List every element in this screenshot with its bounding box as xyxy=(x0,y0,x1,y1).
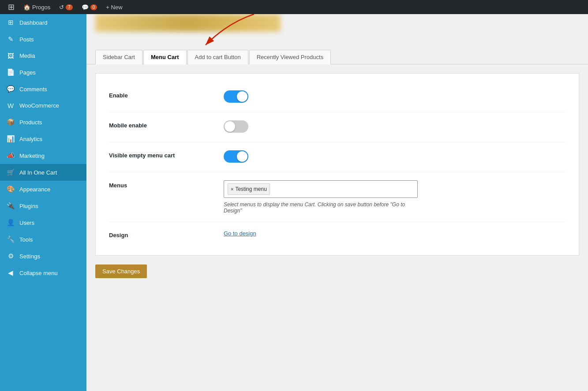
sidebar-label-analytics: Analytics xyxy=(19,136,42,142)
sidebar-item-collapse[interactable]: ◀Collapse menu xyxy=(0,264,86,281)
sidebar-label-users: Users xyxy=(19,220,34,226)
menu-tag-container[interactable]: × Testing menu xyxy=(224,180,418,198)
visible-empty-label: Visible empty menu cart xyxy=(109,150,224,159)
menus-row: Menus × Testing menu Select menus to dis… xyxy=(109,172,566,222)
sidebar-label-tools: Tools xyxy=(19,236,33,243)
sidebar-label-dashboard: Dashboard xyxy=(19,19,48,26)
sidebar-icon-plugins: 🔌 xyxy=(6,202,15,210)
save-changes-button[interactable]: Save Changes xyxy=(95,264,147,278)
sidebar-item-products[interactable]: 📦Products xyxy=(0,114,86,130)
sidebar-item-users[interactable]: 👤Users xyxy=(0,214,86,231)
sidebar-label-marketing: Marketing xyxy=(19,153,45,159)
mobile-enable-toggle[interactable] xyxy=(224,120,248,133)
visible-empty-control xyxy=(224,150,566,164)
sidebar-label-appearance: Appearance xyxy=(19,186,50,193)
tabs-container: Sidebar CartMenu CartAdd to cart ButtonR… xyxy=(86,49,588,64)
tab-add-to-cart-button[interactable]: Add to cart Button xyxy=(187,50,248,64)
sidebar-item-analytics[interactable]: 📊Analytics xyxy=(0,130,86,147)
sidebar-icon-appearance: 🎨 xyxy=(6,185,15,193)
mobile-enable-row: Mobile enable xyxy=(109,112,566,142)
design-control: Go to design xyxy=(224,230,566,237)
sidebar-icon-collapse: ◀ xyxy=(6,269,15,277)
go-to-design-link[interactable]: Go to design xyxy=(224,230,256,237)
comments-icon: 💬 xyxy=(82,4,89,11)
menu-tag-text: Testing menu xyxy=(235,186,266,192)
sidebar-item-comments[interactable]: 💬Comments xyxy=(0,81,86,97)
comments-link[interactable]: 💬 0 xyxy=(77,0,102,14)
toggle-thumb-enable xyxy=(237,91,247,102)
enable-row: Enable xyxy=(109,82,566,112)
site-name-link[interactable]: 🏠 Progos xyxy=(19,0,55,14)
enable-label: Enable xyxy=(109,90,224,99)
wp-logo[interactable]: ⊞ xyxy=(4,2,19,12)
sidebar-icon-woocommerce: W xyxy=(6,102,15,109)
tab-sidebar-cart[interactable]: Sidebar Cart xyxy=(95,50,142,64)
sidebar-icon-tools: 🔧 xyxy=(6,235,15,243)
mobile-enable-control xyxy=(224,120,566,134)
design-row: Design Go to design xyxy=(109,222,566,246)
sidebar-item-dashboard[interactable]: ⊞Dashboard xyxy=(0,14,86,31)
sidebar-icon-media: 🖼 xyxy=(6,52,15,60)
sidebar-icon-products: 📦 xyxy=(6,118,15,126)
sidebar-label-products: Products xyxy=(19,119,42,126)
sidebar-item-all-in-one-cart[interactable]: 🛒All In One Cart xyxy=(0,164,86,181)
sidebar-item-settings[interactable]: ⚙Settings xyxy=(0,248,86,264)
enable-control xyxy=(224,90,566,104)
visible-empty-toggle[interactable] xyxy=(224,150,248,163)
sidebar-item-posts[interactable]: ✎Posts xyxy=(0,31,86,48)
sidebar-label-settings: Settings xyxy=(19,253,40,260)
sidebar-icon-dashboard: ⊞ xyxy=(6,19,15,26)
sidebar-label-collapse: Collapse menu xyxy=(19,270,58,276)
sidebar: ⊞Dashboard✎Posts🖼Media📄Pages💬CommentsWWo… xyxy=(0,14,86,391)
menus-hint: Select menus to display the menu Cart. C… xyxy=(224,201,418,214)
sidebar-icon-all-in-one-cart: 🛒 xyxy=(6,168,15,176)
admin-bar: ⊞ 🏠 Progos ↺ 7 💬 0 + New xyxy=(0,0,588,14)
tab-menu-cart[interactable]: Menu Cart xyxy=(143,50,187,64)
sidebar-label-posts: Posts xyxy=(19,36,34,43)
sidebar-label-woocommerce: WooCommerce xyxy=(19,102,59,109)
toggle-thumb-visible xyxy=(237,151,247,162)
sidebar-icon-settings: ⚙ xyxy=(6,252,15,260)
tab-recently-viewed[interactable]: Recently Viewed Products xyxy=(249,50,331,64)
sidebar-item-appearance[interactable]: 🎨Appearance xyxy=(0,181,86,197)
sidebar-label-comments: Comments xyxy=(19,86,47,93)
sidebar-item-woocommerce[interactable]: WWooCommerce xyxy=(0,97,86,114)
sidebar-item-marketing[interactable]: 📣Marketing xyxy=(0,147,86,164)
sidebar-icon-pages: 📄 xyxy=(6,68,15,76)
sidebar-icon-users: 👤 xyxy=(6,219,15,227)
sidebar-item-media[interactable]: 🖼Media xyxy=(0,48,86,64)
menu-tag-x[interactable]: × xyxy=(231,186,233,192)
arrow-annotation xyxy=(86,14,588,49)
sidebar-icon-comments: 💬 xyxy=(6,85,15,93)
menus-label: Menus xyxy=(109,180,224,189)
home-icon: 🏠 xyxy=(23,4,30,11)
sidebar-icon-marketing: 📣 xyxy=(6,152,15,160)
updates-icon: ↺ xyxy=(59,4,64,11)
sidebar-label-media: Media xyxy=(19,52,35,59)
enable-toggle[interactable] xyxy=(224,90,248,103)
toggle-thumb-mobile xyxy=(225,121,235,132)
sidebar-label-plugins: Plugins xyxy=(19,203,38,209)
sidebar-icon-posts: ✎ xyxy=(6,35,15,43)
new-content-link[interactable]: + New xyxy=(101,0,127,14)
sidebar-item-tools[interactable]: 🔧Tools xyxy=(0,231,86,248)
visible-empty-row: Visible empty menu cart xyxy=(109,142,566,172)
form-area: Enable Mobile enable xyxy=(95,73,579,256)
menu-tag-item: × Testing menu xyxy=(228,183,270,195)
red-arrow-svg xyxy=(175,14,272,49)
sidebar-label-pages: Pages xyxy=(19,69,36,76)
menus-control: × Testing menu Select menus to display t… xyxy=(224,180,566,214)
sidebar-item-pages[interactable]: 📄Pages xyxy=(0,64,86,81)
sidebar-label-all-in-one-cart: All In One Cart xyxy=(19,169,57,176)
sidebar-icon-analytics: 📊 xyxy=(6,135,15,143)
main-content: Sidebar CartMenu CartAdd to cart ButtonR… xyxy=(86,14,588,391)
design-label: Design xyxy=(109,230,224,238)
layout: ⊞Dashboard✎Posts🖼Media📄Pages💬CommentsWWo… xyxy=(0,14,588,391)
sidebar-item-plugins[interactable]: 🔌Plugins xyxy=(0,197,86,214)
mobile-enable-label: Mobile enable xyxy=(109,120,224,129)
updates-link[interactable]: ↺ 7 xyxy=(55,0,77,14)
